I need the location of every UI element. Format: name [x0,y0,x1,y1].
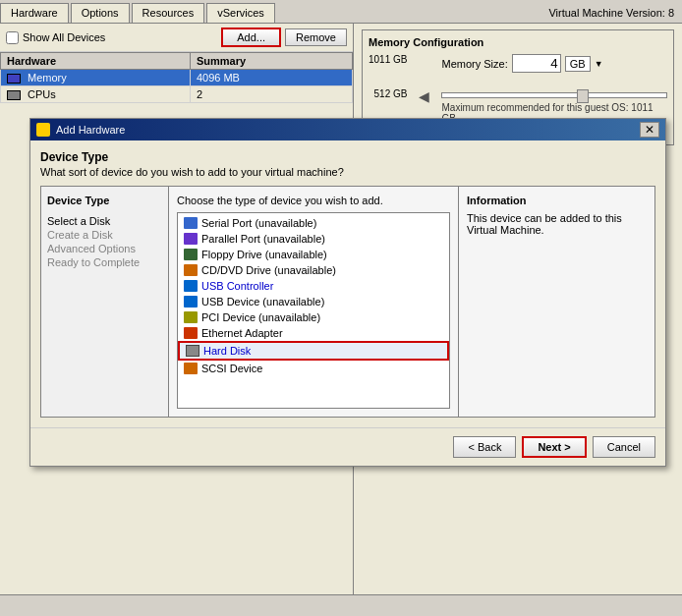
info-panel-text: This device can be added to this Virtual… [467,212,647,236]
dialog-titlebar: Add Hardware ✕ [30,119,665,140]
device-list-area: Choose the type of device you wish to ad… [169,187,458,417]
cpu-icon [7,90,21,100]
cddvd-icon [184,264,198,276]
tab-bar: Hardware Options Resources vServices Vir… [0,0,682,24]
memory-size-input[interactable] [512,54,561,73]
tab-vservices[interactable]: vServices [206,3,275,23]
wizard-step-select-disk[interactable]: Select a Disk [47,214,162,228]
device-parallel[interactable]: Parallel Port (unavailable) [178,231,449,247]
vm-version: Virtual Machine Version: 8 [540,3,682,23]
hw-cpu-summary: 2 [190,86,352,103]
hw-memory-summary: 4096 MB [190,70,352,86]
remove-button[interactable]: Remove [285,28,347,46]
dialog-title-icon [36,123,50,137]
show-all-container: Show All Devices [6,31,221,44]
memory-size-label: Memory Size: [441,58,507,70]
device-cddvd[interactable]: CD/DVD Drive (unavailable) [178,262,449,278]
hw-row-cpus[interactable]: CPUs 2 [1,86,353,103]
device-pci[interactable]: PCI Device (unavailable) [178,309,449,325]
wizard-step-ready: Ready to Complete [47,255,162,269]
device-serial[interactable]: Serial Port (unavailable) [178,215,449,231]
usb-icon [184,280,198,292]
eth-icon [184,327,198,339]
hdd-icon [186,345,199,357]
col-hardware: Hardware [1,53,191,70]
hw-memory-name: Memory [1,70,191,86]
dialog-footer: < Back Next > Cancel [30,427,665,466]
dialog-close-button[interactable]: ✕ [640,122,659,138]
floppy-icon [184,249,198,260]
wizard-step-create-disk: Create a Disk [47,228,162,242]
hw-row-memory[interactable]: Memory 4096 MB [1,70,353,86]
memory-unit: GB [565,56,591,72]
info-panel-title: Information [467,195,647,206]
hardware-toolbar: Show All Devices Add... Remove [0,24,353,52]
back-button[interactable]: < Back [453,436,516,458]
device-harddisk[interactable]: Hard Disk [178,341,449,361]
hardware-table: Hardware Summary Memory 4096 MB [0,52,353,103]
device-list: Serial Port (unavailable) Parallel Port … [177,212,450,409]
scale-label-mid: 512 GB [374,88,408,99]
device-floppy[interactable]: Floppy Drive (unavailable) [178,247,449,262]
scale-label-top: 1011 GB [369,54,407,65]
cancel-button[interactable]: Cancel [593,436,655,458]
serial-icon [184,217,198,229]
device-usb[interactable]: USB Device (unavailable) [178,294,449,309]
memory-size-row: Memory Size: GB ▼ [441,54,667,73]
wizard-steps: Device Type Select a Disk Create a Disk … [41,187,169,417]
dialog-body: Device Type Select a Disk Create a Disk … [40,186,655,418]
tab-options[interactable]: Options [71,3,130,23]
device-list-label: Choose the type of device you wish to ad… [177,195,450,206]
memory-icon [7,74,21,84]
device-type-heading: Device Type [40,150,655,164]
dialog-title-text: Add Hardware [56,124,125,136]
wizard-steps-title: Device Type [47,195,162,206]
tab-hardware[interactable]: Hardware [0,3,69,23]
add-button[interactable]: Add... [221,28,281,47]
device-ethernet[interactable]: Ethernet Adapter [178,325,449,341]
device-scsi[interactable]: SCSI Device [178,361,449,376]
memory-config-title: Memory Configuration [369,36,667,48]
next-button[interactable]: Next > [522,436,586,458]
memory-slider-thumb[interactable] [577,89,589,103]
show-all-checkbox[interactable] [6,31,19,44]
wizard-step-advanced: Advanced Options [47,242,162,255]
tab-resources[interactable]: Resources [132,3,205,23]
status-bar [0,594,682,616]
parallel-icon [184,233,198,245]
pci-icon [184,311,198,323]
unit-down-arrow[interactable]: ▼ [595,59,603,69]
device-type-desc: What sort of device do you wish to add t… [40,166,655,178]
add-hardware-dialog: Add Hardware ✕ Device Type What sort of … [29,118,666,467]
device-usb-controller[interactable]: USB Controller [178,278,449,294]
dialog-title-area: Add Hardware [36,123,125,137]
dialog-header: Device Type What sort of device do you w… [40,150,655,178]
memory-slider-track[interactable] [441,92,667,98]
hw-cpu-name: CPUs [1,86,191,103]
col-summary: Summary [190,53,352,70]
usbdev-icon [184,296,198,308]
scsi-icon [184,363,198,374]
info-panel: Information This device can be added to … [458,187,654,417]
show-all-label: Show All Devices [23,31,105,43]
dialog-content: Device Type What sort of device do you w… [30,140,665,427]
